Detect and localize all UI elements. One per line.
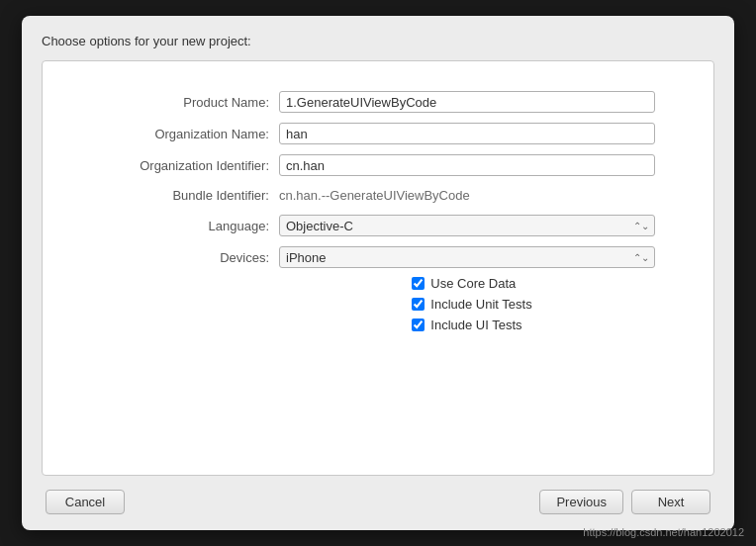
org-id-label: Organization Identifier:	[101, 158, 279, 173]
project-options-window: Choose options for your new project: Pro…	[22, 16, 734, 530]
product-name-row: Product Name:	[101, 91, 655, 113]
product-name-label: Product Name:	[101, 95, 279, 110]
checkbox-section: Use Core Data Include Unit Tests Include…	[224, 276, 531, 332]
org-id-input[interactable]	[279, 154, 655, 176]
language-select[interactable]: Objective-C Swift	[279, 215, 655, 236]
org-id-row: Organization Identifier:	[101, 154, 655, 176]
devices-select-wrapper: iPhone iPad Universal ⌃⌄	[279, 246, 655, 268]
content-area: Product Name: Organization Name: Organiz…	[42, 60, 714, 476]
bundle-id-row: Bundle Identifier: cn.han.--GenerateUIVi…	[101, 186, 655, 205]
include-unit-tests-row: Include Unit Tests	[412, 297, 531, 312]
nav-buttons: Previous Next	[539, 490, 710, 514]
devices-label: Devices:	[101, 250, 279, 265]
org-name-label: Organization Name:	[101, 127, 279, 141]
use-core-data-label[interactable]: Use Core Data	[430, 276, 516, 291]
include-ui-tests-row: Include UI Tests	[412, 318, 531, 332]
use-core-data-row: Use Core Data	[412, 276, 531, 291]
org-name-input[interactable]	[279, 123, 655, 144]
bottom-bar: Cancel Previous Next	[42, 490, 714, 514]
language-row: Language: Objective-C Swift ⌃⌄	[101, 215, 655, 236]
bundle-id-label: Bundle Identifier:	[101, 188, 279, 203]
use-core-data-checkbox[interactable]	[412, 277, 425, 290]
previous-button[interactable]: Previous	[539, 490, 623, 514]
window-title: Choose options for your new project:	[42, 34, 714, 48]
include-ui-tests-label[interactable]: Include UI Tests	[430, 318, 521, 332]
language-select-wrapper: Objective-C Swift ⌃⌄	[279, 215, 655, 236]
language-label: Language:	[101, 219, 279, 233]
product-name-input[interactable]	[279, 91, 655, 113]
devices-row: Devices: iPhone iPad Universal ⌃⌄	[101, 246, 655, 268]
include-unit-tests-label[interactable]: Include Unit Tests	[430, 297, 531, 312]
bundle-id-value: cn.han.--GenerateUIViewByCode	[279, 186, 470, 205]
next-button[interactable]: Next	[631, 490, 710, 514]
include-unit-tests-checkbox[interactable]	[412, 298, 425, 311]
org-name-row: Organization Name:	[101, 123, 655, 144]
cancel-button[interactable]: Cancel	[46, 490, 125, 514]
project-form: Product Name: Organization Name: Organiz…	[101, 91, 655, 268]
include-ui-tests-checkbox[interactable]	[412, 318, 425, 331]
devices-select[interactable]: iPhone iPad Universal	[279, 246, 655, 268]
watermark: https://blog.csdn.net/han1202012	[583, 526, 744, 538]
